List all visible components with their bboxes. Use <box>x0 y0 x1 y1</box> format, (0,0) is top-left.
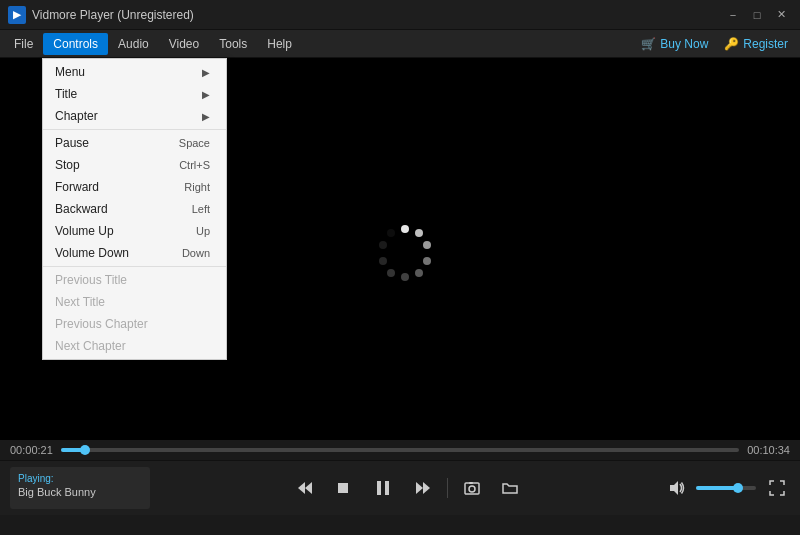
svg-marker-15 <box>423 482 430 494</box>
dd-title[interactable]: Title ▶ <box>43 83 226 105</box>
app-icon: ▶ <box>8 6 26 24</box>
fullscreen-button[interactable] <box>764 475 790 501</box>
volume-button[interactable] <box>664 476 688 500</box>
separator-2 <box>43 266 226 267</box>
menu-bar: File Controls Audio Video Tools Help 🛒 B… <box>0 30 800 58</box>
loading-spinner <box>370 219 430 279</box>
svg-marker-20 <box>670 481 678 495</box>
menu-tools[interactable]: Tools <box>209 33 257 55</box>
bottom-controls: Playing: Big Buck Bunny <box>0 460 800 515</box>
screenshot-button[interactable] <box>458 474 486 502</box>
progress-track[interactable] <box>61 448 739 452</box>
dd-backward[interactable]: Backward Left <box>43 198 226 220</box>
svg-point-9 <box>387 229 395 237</box>
title-bar: ▶ Vidmore Player (Unregistered) − □ ✕ <box>0 0 800 30</box>
progress-thumb[interactable] <box>80 445 90 455</box>
svg-rect-19 <box>469 482 473 484</box>
stop-button[interactable] <box>329 474 357 502</box>
svg-marker-16 <box>416 482 423 494</box>
fast-forward-button[interactable] <box>409 474 437 502</box>
svg-point-6 <box>387 269 395 277</box>
svg-point-18 <box>469 486 475 492</box>
separator-1 <box>43 129 226 130</box>
dd-forward[interactable]: Forward Right <box>43 176 226 198</box>
register-button[interactable]: 🔑 Register <box>716 33 796 55</box>
dd-chapter[interactable]: Chapter ▶ <box>43 105 226 127</box>
playing-title: Big Buck Bunny <box>18 486 142 498</box>
time-current: 00:00:21 <box>10 444 53 456</box>
svg-point-4 <box>415 269 423 277</box>
menu-audio[interactable]: Audio <box>108 33 159 55</box>
svg-point-3 <box>423 257 431 265</box>
progress-bar-area: 00:00:21 00:10:34 <box>0 440 800 460</box>
maximize-button[interactable]: □ <box>746 4 768 26</box>
volume-thumb[interactable] <box>733 483 743 493</box>
rewind-button[interactable] <box>291 474 319 502</box>
svg-point-0 <box>401 225 409 233</box>
menu-controls[interactable]: Controls <box>43 33 108 55</box>
time-total: 00:10:34 <box>747 444 790 456</box>
controls-dropdown: Menu ▶ Title ▶ Chapter ▶ Pause Space Sto… <box>42 58 227 360</box>
svg-marker-11 <box>305 482 312 494</box>
menu-arrow-icon: ▶ <box>202 67 210 78</box>
svg-point-1 <box>415 229 423 237</box>
buy-now-button[interactable]: 🛒 Buy Now <box>633 33 716 55</box>
svg-point-5 <box>401 273 409 281</box>
playing-label: Playing: <box>18 473 142 484</box>
svg-point-2 <box>423 241 431 249</box>
cart-icon: 🛒 <box>641 37 656 51</box>
dd-prev-chapter: Previous Chapter <box>43 313 226 335</box>
menu-help[interactable]: Help <box>257 33 302 55</box>
right-controls <box>664 475 790 501</box>
menu-file[interactable]: File <box>4 33 43 55</box>
dd-pause[interactable]: Pause Space <box>43 132 226 154</box>
dd-next-chapter: Next Chapter <box>43 335 226 357</box>
svg-rect-12 <box>338 483 348 493</box>
svg-rect-14 <box>385 481 389 495</box>
dd-stop[interactable]: Stop Ctrl+S <box>43 154 226 176</box>
playing-info: Playing: Big Buck Bunny <box>10 467 150 509</box>
dd-volume-down[interactable]: Volume Down Down <box>43 242 226 264</box>
dd-next-title: Next Title <box>43 291 226 313</box>
close-button[interactable]: ✕ <box>770 4 792 26</box>
dd-menu[interactable]: Menu ▶ <box>43 61 226 83</box>
key-icon: 🔑 <box>724 37 739 51</box>
folder-button[interactable] <box>496 474 524 502</box>
controls-divider <box>447 478 448 498</box>
menu-video[interactable]: Video <box>159 33 209 55</box>
svg-point-7 <box>379 257 387 265</box>
svg-marker-10 <box>298 482 305 494</box>
volume-fill <box>696 486 738 490</box>
center-controls <box>150 472 664 504</box>
svg-rect-13 <box>377 481 381 495</box>
title-arrow-icon: ▶ <box>202 89 210 100</box>
title-controls: − □ ✕ <box>722 4 792 26</box>
chapter-arrow-icon: ▶ <box>202 111 210 122</box>
svg-point-8 <box>379 241 387 249</box>
dd-volume-up[interactable]: Volume Up Up <box>43 220 226 242</box>
dd-prev-title: Previous Title <box>43 269 226 291</box>
volume-track[interactable] <box>696 486 756 490</box>
title-text: Vidmore Player (Unregistered) <box>32 8 722 22</box>
minimize-button[interactable]: − <box>722 4 744 26</box>
pause-button[interactable] <box>367 472 399 504</box>
